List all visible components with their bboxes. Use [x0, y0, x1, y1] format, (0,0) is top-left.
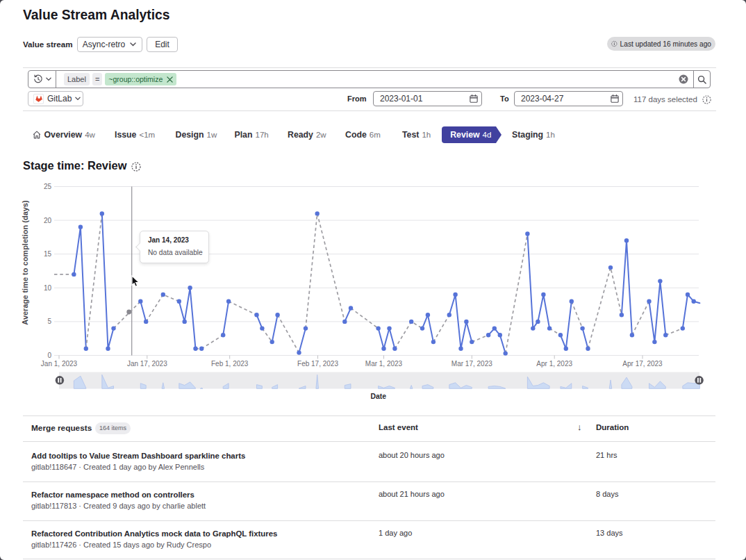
svg-text:0: 0 [47, 352, 51, 359]
svg-text:20: 20 [44, 217, 52, 224]
svg-text:Jan 1, 2023: Jan 1, 2023 [41, 360, 78, 368]
svg-text:Feb 17, 2023: Feb 17, 2023 [297, 360, 338, 368]
svg-text:Feb 1, 2023: Feb 1, 2023 [211, 360, 249, 368]
svg-text:Mar 1, 2023: Mar 1, 2023 [365, 360, 403, 368]
svg-text:Average time to completion (da: Average time to completion (days) [21, 200, 29, 325]
svg-text:5: 5 [47, 318, 51, 325]
svg-text:Apr 17, 2023: Apr 17, 2023 [622, 360, 663, 368]
svg-text:Jan 17, 2023: Jan 17, 2023 [127, 360, 167, 368]
svg-text:Mar 17, 2023: Mar 17, 2023 [451, 360, 492, 368]
svg-text:10: 10 [44, 284, 52, 292]
svg-text:Apr 1, 2023: Apr 1, 2023 [536, 360, 572, 368]
svg-text:15: 15 [44, 250, 52, 258]
svg-text:25: 25 [44, 183, 52, 190]
